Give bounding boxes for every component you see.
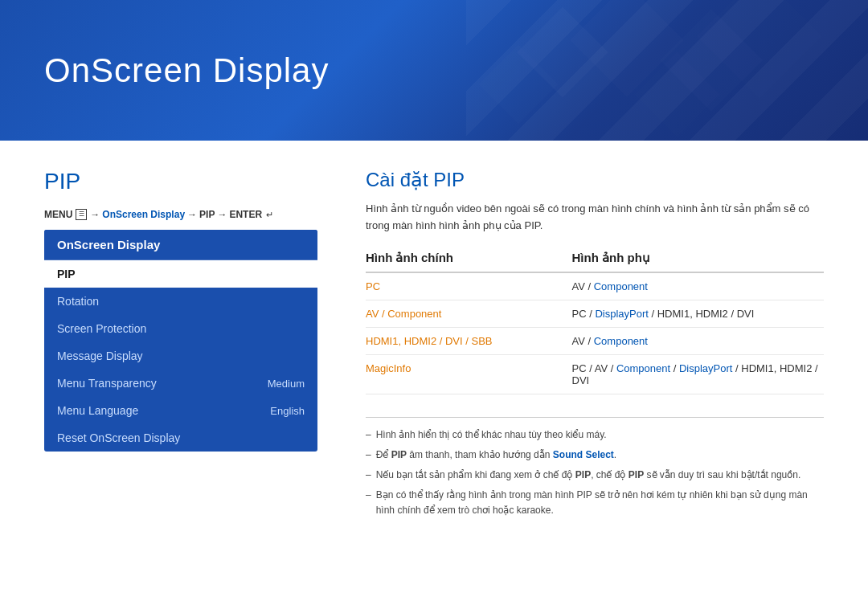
sidebar-item-menu-transparency-value: Medium — [268, 378, 305, 390]
sub-source-1: AV / Component — [572, 272, 825, 300]
note-1: Hình ảnh hiển thị có thể khác nhau tùy t… — [366, 427, 824, 443]
decor-shape-5 — [479, 45, 559, 125]
right-panel: Cài đặt PIP Hình ảnh từ nguồn video bên … — [366, 169, 824, 524]
menu-path: MENU ☰ → OnScreen Display → PIP → ENTER … — [44, 209, 317, 220]
decor-shape-1 — [517, 6, 608, 97]
sidebar-item-menu-language[interactable]: Menu Language English — [44, 397, 317, 424]
menu-icon: ☰ — [76, 209, 87, 220]
col1-header: Hình ảnh chính — [366, 251, 572, 272]
main-source-1: PC — [366, 280, 380, 292]
sidebar-item-menu-language-value: English — [270, 405, 305, 417]
sidebar-item-message-display[interactable]: Message Display — [44, 342, 317, 370]
sub-source-3: AV / Component — [572, 327, 825, 354]
table-row: HDMI1, HDMI2 / DVI / SBB AV / Component — [366, 327, 824, 354]
main-source-2: AV / Component — [366, 308, 441, 320]
pip-heading: PIP — [44, 169, 317, 194]
description: Hình ảnh từ nguồn video bên ngoài sẽ có … — [366, 201, 824, 235]
menu-label: MENU — [44, 209, 72, 220]
notes-section: Hình ảnh hiển thị có thể khác nhau tùy t… — [366, 417, 824, 519]
sidebar-item-message-display-label: Message Display — [57, 349, 143, 362]
main-source-3: HDMI1, HDMI2 / DVI / SBB — [366, 335, 492, 347]
sidebar-header: OnScreen Display — [44, 230, 317, 260]
table-row: PC AV / Component — [366, 272, 824, 300]
note-1-text: Hình ảnh hiển thị có thể khác nhau tùy t… — [376, 427, 607, 443]
sidebar-item-pip-label: PIP — [57, 268, 76, 280]
pip-table: Hình ảnh chính Hình ảnh phụ PC AV / Comp… — [366, 251, 824, 394]
col2-header: Hình ảnh phụ — [572, 251, 825, 272]
sidebar-menu: OnScreen Display PIP Rotation Screen Pro… — [44, 230, 317, 452]
onscreen-display-path: OnScreen Display — [102, 209, 185, 220]
table-row: AV / Component PC / DisplayPort / HDMI1,… — [366, 300, 824, 327]
sub-source-2: PC / DisplayPort / HDMI1, HDMI2 / DVI — [572, 300, 825, 327]
arrow-3: → — [217, 209, 227, 220]
arrow-1: → — [90, 209, 100, 220]
pip-path: PIP — [199, 209, 215, 220]
sidebar-item-rotation-label: Rotation — [57, 295, 99, 308]
sidebar-item-screen-protection[interactable]: Screen Protection — [44, 315, 317, 342]
note-3: Nếu bạn tắt sản phẩm khi đang xem ở chế … — [366, 468, 824, 483]
decor-shape-3 — [660, 9, 762, 111]
decor-shape-4 — [697, 0, 822, 99]
sidebar-item-menu-transparency[interactable]: Menu Transparency Medium — [44, 370, 317, 397]
sidebar-item-menu-language-label: Menu Language — [57, 404, 138, 417]
enter-icon: ↵ — [266, 210, 273, 220]
note-3-text: Nếu bạn tắt sản phẩm khi đang xem ở chế … — [376, 468, 801, 483]
main-content: PIP MENU ☰ → OnScreen Display → PIP → EN… — [0, 141, 868, 548]
note-2: Để PIP âm thanh, tham khảo hướng dẫn Sou… — [366, 447, 824, 463]
main-source-4: MagicInfo — [366, 362, 411, 374]
note-4-text: Bạn có thể thấy rằng hình ảnh trong màn … — [376, 488, 824, 518]
decor-shape-2 — [570, 0, 683, 97]
sidebar-item-pip[interactable]: PIP — [44, 260, 317, 288]
note-2-text: Để PIP âm thanh, tham khảo hướng dẫn Sou… — [376, 447, 616, 463]
left-panel: PIP MENU ☰ → OnScreen Display → PIP → EN… — [44, 169, 317, 524]
cai-dat-title: Cài đặt PIP — [366, 169, 824, 191]
page-title: OnScreen Display — [44, 51, 329, 90]
enter-label: ENTER — [229, 209, 262, 220]
sidebar-item-rotation[interactable]: Rotation — [44, 288, 317, 315]
header-decoration — [482, 8, 820, 137]
sidebar-item-menu-transparency-label: Menu Transparency — [57, 377, 157, 390]
sidebar-item-reset-onscreen[interactable]: Reset OnScreen Display — [44, 424, 317, 452]
header: OnScreen Display — [0, 0, 868, 141]
decor-shape-6 — [634, 51, 719, 137]
sidebar-item-reset-onscreen-label: Reset OnScreen Display — [57, 431, 180, 444]
sub-source-4: PC / AV / Component / DisplayPort / HDMI… — [572, 354, 825, 394]
note-4: Bạn có thể thấy rằng hình ảnh trong màn … — [366, 488, 824, 518]
arrow-2: → — [187, 209, 197, 220]
sidebar-item-screen-protection-label: Screen Protection — [57, 322, 146, 335]
table-row: MagicInfo PC / AV / Component / DisplayP… — [366, 354, 824, 394]
